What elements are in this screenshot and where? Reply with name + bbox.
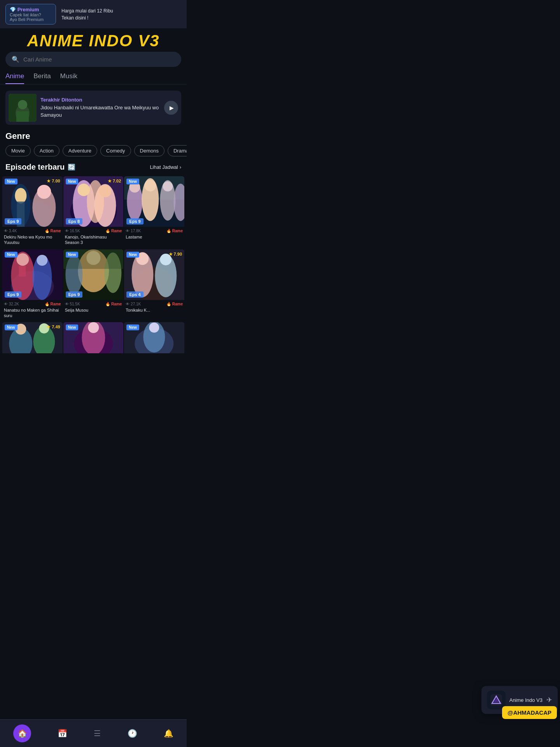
anime-card-8[interactable]: New [63,322,124,373]
rame-3: 🔥 Rame [166,229,183,233]
badge-new-2: New [66,179,79,184]
premium-info[interactable]: Harga mulai dari 12 Ribu Tekan disini ! [61,7,113,21]
episode-header: Episode terbaru 🔄 Lihat Jadwal › [0,163,187,176]
svg-rect-33 [19,266,26,277]
rating-6: ★ 7.90 [169,252,182,257]
lihat-jadwal-button[interactable]: Lihat Jadwal › [150,164,181,170]
anime-card-3[interactable]: New Eps 9 👁 17.8K 🔥 Rame Lastame [124,176,184,249]
svg-rect-3 [16,111,29,122]
svg-point-59 [149,323,159,333]
genre-movie[interactable]: Movie [5,145,31,156]
rame-6: 🔥 Rame [166,302,183,306]
last-watched-thumbnail [9,94,37,122]
svg-point-32 [37,255,47,266]
anime-card-6[interactable]: New ★ 7.90 Eps 4 👁 27.1K 🔥 Rame Tonikaku… [124,249,184,322]
app-title: ANIME INDO V3 [5,32,181,50]
premium-info-line2: Tekan disini ! [61,14,113,21]
badge-new-8: New [66,324,79,330]
genre-demons[interactable]: Demons [134,145,164,156]
eps-4: Eps 9 [5,291,21,298]
genre-drama[interactable]: Drama [168,145,187,156]
rame-1: 🔥 Rame [45,229,61,233]
anime-name-5: Seija Musou [65,307,122,313]
badge-new-9: New [126,324,139,330]
svg-point-55 [88,322,99,333]
svg-point-25 [145,180,156,191]
tabs: Anime Berita Musik [0,72,187,84]
last-watched-label: Terakhir Ditonton [40,97,160,103]
genre-comedy[interactable]: Comedy [100,145,131,156]
eps-5: Eps 9 [66,291,82,298]
eps-1: Eps 9 [5,218,21,224]
premium-sub2: Ayo Beli Premium [10,17,44,22]
anime-name-6: Tonikaku K... [126,307,183,313]
premium-info-line1: Harga mulai dari 12 Ribu [61,7,113,14]
tab-anime[interactable]: Anime [5,72,24,84]
premium-title: 💎 Premium [10,7,39,12]
anime-name-4: Nanatsu no Maken ga Shihai suru [4,307,61,319]
rating-2: ★ 7.02 [108,179,121,184]
tab-musik[interactable]: Musik [60,72,77,84]
last-watched-info: Terakhir Ditonton Jidou Hanbaiki ni Umar… [40,97,160,118]
genre-list: Movie Action Adventure Comedy Demons Dra… [0,145,187,163]
badge-new-3: New [126,179,139,184]
anime-card-4[interactable]: New Eps 9 👁 32.2K 🔥 Rame Nanatsu no Make… [2,249,63,322]
header: ANIME INDO V3 [0,28,187,52]
genre-title: Genre [0,131,187,145]
views-2: 👁 16.5K [65,229,80,233]
views-1: 👁 3.4K [4,229,17,233]
anime-grid: New ★ 7.00 Eps 9 👁 3.4K 🔥 Rame Dekiru Ne… [0,176,187,373]
badge-new-5: New [66,252,79,258]
views-5: 👁 51.5K [65,302,80,306]
anime-card-9[interactable]: New [124,322,184,373]
views-3: 👁 17.8K [126,229,141,233]
anime-name-2: Kanojo, Okarishimasu Season 3 [65,234,122,245]
anime-card-5[interactable]: New Eps 9 👁 51.5K 🔥 Rame Seija Musou [63,249,124,322]
search-input[interactable] [23,56,175,63]
rame-2: 🔥 Rame [105,229,122,233]
svg-point-8 [37,185,51,199]
last-watched[interactable]: Terakhir Ditonton Jidou Hanbaiki ni Umar… [5,91,181,125]
eps-2: Eps 8 [66,218,82,224]
tab-berita[interactable]: Berita [33,72,51,84]
genre-action[interactable]: Action [34,145,60,156]
svg-point-31 [16,253,29,266]
rating-1: ★ 7.00 [47,179,60,184]
svg-point-2 [18,100,27,109]
anime-name-3: Lastame [126,234,183,240]
anime-name-1: Dekiru Neko wa Kyou mo Yuuutsu [4,234,61,245]
svg-point-17 [99,185,111,197]
last-watched-title: Jidou Hanbaiki ni Umarekawatta Ore wa Me… [40,104,160,118]
views-4: 👁 32.2K [4,302,19,306]
badge-new-4: New [5,252,18,258]
eps-6: Eps 4 [126,291,143,298]
anime-card-1[interactable]: New ★ 7.00 Eps 9 👁 3.4K 🔥 Rame Dekiru Ne… [2,176,63,249]
play-button[interactable] [164,101,178,115]
svg-point-16 [77,184,90,196]
premium-badge[interactable]: 💎 Premium Capek liat iklan? Ayo Beli Pre… [5,4,56,25]
search-bar[interactable]: 🔍 [5,52,181,67]
rame-4: 🔥 Rame [45,302,61,306]
badge-new-7: New [5,324,18,330]
search-icon: 🔍 [12,56,19,63]
premium-sub1: Capek liat iklan? [10,12,41,17]
premium-bar[interactable]: 💎 Premium Capek liat iklan? Ayo Beli Pre… [0,0,187,28]
views-6: 👁 27.1K [126,302,141,306]
refresh-icon[interactable]: 🔄 [68,163,75,171]
rating-7: ★ 7.49 [47,324,60,330]
anime-card-2[interactable]: New ★ 7.02 Eps 8 👁 16.5K 🔥 Rame Kanojo, … [63,176,124,249]
rame-5: 🔥 Rame [105,302,122,306]
eps-3: Eps 9 [126,218,143,224]
badge-new-6: New [126,252,139,258]
genre-adventure[interactable]: Adventure [63,145,97,156]
svg-point-9 [15,188,26,203]
badge-new-1: New [5,179,18,184]
anime-card-7[interactable]: New ★ 7.49 [2,322,63,373]
svg-point-26 [163,181,173,191]
episode-section-title: Episode terbaru 🔄 [5,163,75,172]
